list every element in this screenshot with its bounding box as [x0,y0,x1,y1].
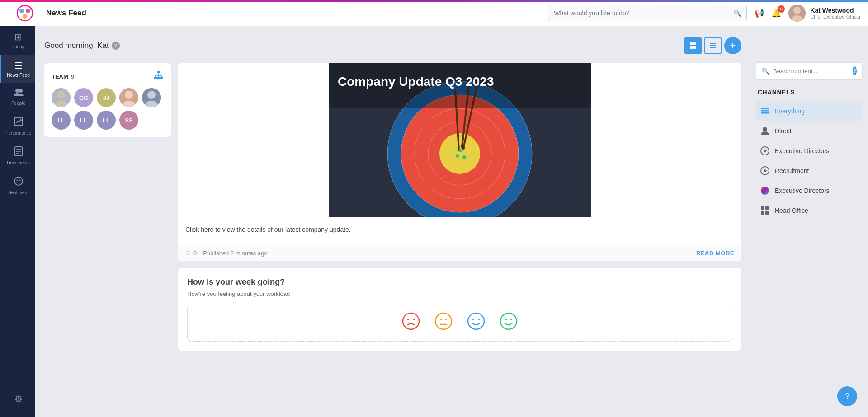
sidebar-item-sentiment[interactable]: Sentiment [0,171,35,201]
survey-subtitle: How're you feeling about your workload [187,290,732,297]
org-chart-icon[interactable] [154,70,164,83]
card-image-container: Company Update Q3 2023 [178,63,741,219]
channel-head-office[interactable]: Head Office [756,201,863,220]
channel-executive-directors-1[interactable]: Executive Directors [756,141,863,161]
heart-icon: ♡ [185,250,191,257]
team-count: 9 [71,73,74,80]
documents-icon [14,146,23,159]
card-likes[interactable]: ♡ 0 Published 2 minutes ago [185,250,268,257]
company-update-card: Company Update Q3 2023 Click here to vie… [178,63,741,261]
channel-direct[interactable]: Direct [756,121,863,141]
sidebar-item-documents[interactable]: Documents [0,141,35,171]
svg-point-76 [510,319,512,320]
emoji-happy[interactable] [467,312,485,334]
sidebar-item-people[interactable]: People [0,83,35,111]
svg-point-80 [763,127,767,131]
svg-point-73 [478,319,480,320]
team-member-initials-gg[interactable]: GG [74,88,93,107]
greeting-help-button[interactable]: ? [112,42,120,50]
svg-point-2 [26,9,30,13]
svg-point-75 [505,319,507,320]
sidebar-item-performance[interactable]: Performance [0,111,35,141]
user-profile[interactable]: Kat Westwood Chief Executive Officer [788,5,861,22]
svg-rect-22 [710,43,716,44]
channel-label: Everything [775,108,805,115]
notification-button[interactable]: 🔔 8 [771,8,781,18]
list-view-button[interactable] [704,37,722,54]
svg-rect-86 [761,206,764,210]
svg-point-74 [500,313,517,329]
content-search-input[interactable] [773,68,849,75]
channel-executive-directors-2[interactable]: Executive Directors [756,181,863,201]
svg-point-65 [407,319,409,320]
topbar: News Feed 🔍 📢 🔔 8 Kat Westwood Chief Exe… [0,0,868,26]
team-member-initials-ll3[interactable]: LL [97,111,116,130]
svg-rect-79 [761,112,769,114]
team-member-initials-ss[interactable]: SS [119,111,138,130]
greeting-text: Good morning, Kat [44,41,109,50]
channel-recruitment[interactable]: Recruitment [756,161,863,181]
people-icon [14,89,24,99]
svg-point-62 [456,154,459,158]
svg-point-41 [147,91,156,99]
team-member-avatar[interactable] [52,88,71,107]
card-description: Click here to view the details of our la… [185,226,734,233]
svg-point-48 [439,133,480,174]
emoji-neutral[interactable] [434,312,453,334]
team-member-initials-ll1[interactable]: LL [52,111,71,130]
team-header: TEAM 9 [52,70,164,83]
view-toggle: + [684,37,741,54]
channel-label: Recruitment [775,167,809,174]
svg-rect-23 [710,45,716,47]
grid-view-button[interactable] [684,37,702,54]
svg-point-69 [445,319,447,320]
search-icon: 🔍 [762,67,769,75]
sidebar-item-settings[interactable]: ⚙ [0,388,35,410]
today-icon: ⊞ [14,32,22,42]
team-member-initials-jj[interactable]: JJ [97,88,116,107]
svg-point-10 [20,119,22,121]
settings-icon: ⚙ [14,394,23,404]
svg-point-57 [462,147,465,150]
channel-everything[interactable]: Everything [756,101,863,121]
team-avatars: GG JJ LL [52,88,164,130]
topbar-title: News Feed [46,9,548,18]
feed-layout: TEAM 9 [44,63,741,358]
sidebar-item-today[interactable]: ⊞ Today [0,26,35,55]
search-help-icon[interactable]: ? [853,66,857,75]
main-content: Good morning, Kat ? [35,0,868,417]
svg-rect-28 [160,77,163,79]
initials: SS [125,117,132,124]
survey-title: How is your week going? [187,277,732,287]
team-member-avatar-3[interactable] [142,88,161,107]
emoji-very-happy[interactable] [500,312,518,334]
initials: LL [80,117,87,124]
emoji-very-sad[interactable] [402,312,420,334]
svg-point-85 [761,187,769,195]
svg-rect-20 [690,46,693,49]
team-member-avatar-2[interactable] [119,88,138,107]
channel-label: Executive Directors [775,187,830,194]
svg-point-61 [459,149,462,152]
user-role: Chief Executive Officer [810,14,861,19]
add-new-button[interactable]: + [724,37,741,54]
svg-point-72 [472,319,474,320]
topbar-search-container[interactable]: 🔍 [548,5,747,21]
megaphone-button[interactable]: 📢 [754,8,764,18]
search-input[interactable] [554,9,733,17]
sidebar-item-news-feed[interactable]: ☰ News Feed [0,55,35,83]
svg-point-71 [468,313,484,329]
app-logo[interactable] [7,5,42,22]
svg-rect-26 [154,77,157,79]
read-more-button[interactable]: READ MORE [696,250,734,257]
floating-help-button[interactable]: ? [837,386,857,406]
initials: LL [57,117,65,124]
avatar [788,5,806,22]
card-body: Click here to view the details of our la… [178,219,741,245]
channel-list-icon [760,106,770,117]
svg-point-35 [57,91,65,99]
svg-point-1 [19,9,24,13]
team-member-initials-ll2[interactable]: LL [74,111,93,130]
svg-point-8 [19,89,23,93]
content-search[interactable]: 🔍 ? [756,62,863,80]
